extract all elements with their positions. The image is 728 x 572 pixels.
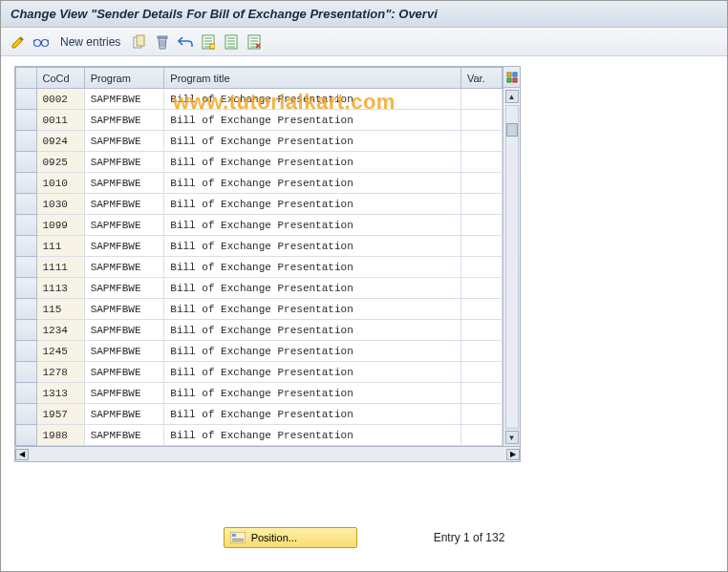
cell-program-title[interactable]: Bill of Exchange Presentation — [164, 320, 461, 341]
table-row[interactable]: 1957SAPMFBWEBill of Exchange Presentatio… — [16, 404, 503, 425]
cell-cocd[interactable]: 0011 — [36, 110, 84, 131]
table-row[interactable]: 0924SAPMFBWEBill of Exchange Presentatio… — [16, 131, 503, 152]
cell-cocd[interactable]: 1988 — [36, 425, 84, 446]
cell-program[interactable]: SAPMFBWE — [84, 320, 164, 341]
scroll-thumb[interactable] — [506, 123, 518, 137]
position-button[interactable]: Position... — [224, 527, 357, 548]
cell-program[interactable]: SAPMFBWE — [84, 236, 164, 257]
table-row[interactable]: 1234SAPMFBWEBill of Exchange Presentatio… — [16, 320, 503, 341]
cell-program-title[interactable]: Bill of Exchange Presentation — [164, 173, 461, 194]
glasses-icon[interactable] — [32, 32, 51, 52]
table-row[interactable]: 1030SAPMFBWEBill of Exchange Presentatio… — [16, 194, 503, 215]
cell-program-title[interactable]: Bill of Exchange Presentation — [164, 236, 461, 257]
cell-cocd[interactable]: 1010 — [36, 173, 84, 194]
cell-program[interactable]: SAPMFBWE — [84, 173, 164, 194]
delete-icon[interactable] — [153, 32, 172, 52]
cell-program[interactable]: SAPMFBWE — [84, 341, 164, 362]
row-selector[interactable] — [16, 278, 37, 299]
cell-var[interactable] — [460, 425, 502, 446]
cell-program-title[interactable]: Bill of Exchange Presentation — [164, 425, 461, 446]
col-selector[interactable] — [16, 68, 37, 89]
cell-var[interactable] — [460, 215, 502, 236]
cell-program-title[interactable]: Bill of Exchange Presentation — [164, 194, 461, 215]
scroll-left-icon[interactable]: ◀ — [15, 449, 29, 460]
cell-program[interactable]: SAPMFBWE — [84, 383, 164, 404]
table-row[interactable]: 1988SAPMFBWEBill of Exchange Presentatio… — [16, 425, 503, 446]
scroll-right-icon[interactable]: ▶ — [506, 449, 520, 460]
scroll-track[interactable] — [505, 105, 519, 429]
cell-cocd[interactable]: 1099 — [36, 215, 84, 236]
row-selector[interactable] — [16, 257, 37, 278]
cell-var[interactable] — [460, 110, 502, 131]
cell-program[interactable]: SAPMFBWE — [84, 278, 164, 299]
cell-program-title[interactable]: Bill of Exchange Presentation — [164, 278, 461, 299]
col-program[interactable]: Program — [84, 68, 164, 89]
row-selector[interactable] — [16, 299, 37, 320]
cell-program-title[interactable]: Bill of Exchange Presentation — [164, 215, 461, 236]
row-selector[interactable] — [16, 362, 37, 383]
scroll-up-icon[interactable]: ▲ — [505, 90, 519, 103]
cell-program-title[interactable]: Bill of Exchange Presentation — [164, 383, 461, 404]
cell-program[interactable]: SAPMFBWE — [84, 152, 164, 173]
cell-cocd[interactable]: 0924 — [36, 131, 84, 152]
cell-program[interactable]: SAPMFBWE — [84, 194, 164, 215]
cell-cocd[interactable]: 1313 — [36, 383, 84, 404]
cell-var[interactable] — [460, 320, 502, 341]
col-program-title[interactable]: Program title — [164, 68, 461, 89]
cell-program[interactable]: SAPMFBWE — [84, 404, 164, 425]
table-settings-icon[interactable] — [503, 67, 520, 88]
cell-program-title[interactable]: Bill of Exchange Presentation — [164, 341, 461, 362]
cell-program-title[interactable]: Bill of Exchange Presentation — [164, 299, 461, 320]
cell-var[interactable] — [460, 341, 502, 362]
cell-var[interactable] — [460, 404, 502, 425]
cell-program[interactable]: SAPMFBWE — [84, 362, 164, 383]
copy-icon[interactable] — [130, 32, 149, 52]
deselect-all-icon[interactable] — [245, 32, 264, 52]
cell-var[interactable] — [460, 236, 502, 257]
cell-var[interactable] — [460, 362, 502, 383]
table-row[interactable]: 1313SAPMFBWEBill of Exchange Presentatio… — [16, 383, 503, 404]
cell-cocd[interactable]: 1030 — [36, 194, 84, 215]
cell-program[interactable]: SAPMFBWE — [84, 215, 164, 236]
cell-var[interactable] — [460, 299, 502, 320]
col-cocd[interactable]: CoCd — [36, 68, 84, 89]
select-block-icon[interactable] — [222, 32, 241, 52]
table-row[interactable]: 1113SAPMFBWEBill of Exchange Presentatio… — [16, 278, 503, 299]
table-row[interactable]: 0002SAPMFBWEBill of Exchange Presentatio… — [16, 89, 503, 110]
row-selector[interactable] — [16, 152, 37, 173]
cell-cocd[interactable]: 1111 — [36, 257, 84, 278]
cell-cocd[interactable]: 115 — [36, 299, 84, 320]
cell-cocd[interactable]: 111 — [36, 236, 84, 257]
cell-cocd[interactable]: 1245 — [36, 341, 84, 362]
row-selector[interactable] — [16, 383, 37, 404]
cell-var[interactable] — [460, 152, 502, 173]
cell-cocd[interactable]: 1234 — [36, 320, 84, 341]
cell-cocd[interactable]: 0002 — [36, 89, 84, 110]
cell-program[interactable]: SAPMFBWE — [84, 110, 164, 131]
cell-program-title[interactable]: Bill of Exchange Presentation — [164, 131, 461, 152]
table-row[interactable]: 1245SAPMFBWEBill of Exchange Presentatio… — [16, 341, 503, 362]
row-selector[interactable] — [16, 194, 37, 215]
row-selector[interactable] — [16, 215, 37, 236]
table-row[interactable]: 1010SAPMFBWEBill of Exchange Presentatio… — [16, 173, 503, 194]
cell-var[interactable] — [460, 257, 502, 278]
cell-var[interactable] — [460, 131, 502, 152]
select-all-icon[interactable] — [199, 32, 218, 52]
table-row[interactable]: 111SAPMFBWEBill of Exchange Presentation — [16, 236, 503, 257]
cell-program[interactable]: SAPMFBWE — [84, 299, 164, 320]
horizontal-scrollbar[interactable]: ◀ ▶ — [14, 447, 521, 462]
cell-program[interactable]: SAPMFBWE — [84, 89, 164, 110]
cell-var[interactable] — [460, 173, 502, 194]
cell-program[interactable]: SAPMFBWE — [84, 131, 164, 152]
row-selector[interactable] — [16, 89, 37, 110]
data-table[interactable]: CoCd Program Program title Var. 0002SAPM… — [15, 67, 503, 446]
row-selector[interactable] — [16, 341, 37, 362]
row-selector[interactable] — [16, 404, 37, 425]
cell-program-title[interactable]: Bill of Exchange Presentation — [164, 362, 461, 383]
cell-program-title[interactable]: Bill of Exchange Presentation — [164, 89, 461, 110]
new-entries-button[interactable]: New entries — [60, 35, 120, 49]
cell-program-title[interactable]: Bill of Exchange Presentation — [164, 404, 461, 425]
cell-cocd[interactable]: 1278 — [36, 362, 84, 383]
table-row[interactable]: 1099SAPMFBWEBill of Exchange Presentatio… — [16, 215, 503, 236]
row-selector[interactable] — [16, 320, 37, 341]
